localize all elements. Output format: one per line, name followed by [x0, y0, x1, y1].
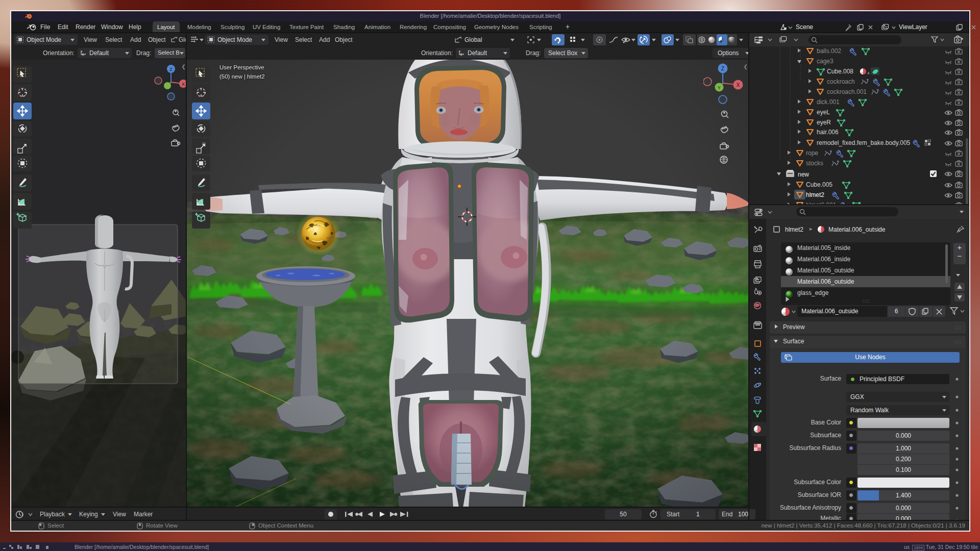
svg-text:Y: Y	[718, 85, 721, 90]
svg-text:X: X	[737, 82, 740, 88]
svg-text:rope: rope	[806, 149, 818, 157]
svg-text:Z: Z	[721, 66, 724, 71]
svg-text:Cube.005: Cube.005	[806, 181, 832, 188]
svg-text:eyeL: eyeL	[817, 109, 830, 116]
svg-text:cockroach: cockroach	[827, 78, 855, 85]
svg-text:dick.001: dick.001	[817, 98, 840, 106]
svg-text:X: X	[182, 82, 185, 87]
svg-text:cockroach.001: cockroach.001	[827, 88, 867, 95]
svg-text:Cube.008: Cube.008	[827, 68, 853, 75]
svg-text:hair.006: hair.006	[817, 129, 839, 136]
svg-text:remodel_fixed.fem_bake.body.00: remodel_fixed.fem_bake.body.005	[817, 139, 911, 146]
svg-text:hlmet2: hlmet2	[806, 191, 824, 198]
svg-text:new: new	[798, 171, 809, 178]
svg-text:Z: Z	[169, 67, 173, 72]
svg-text:eyeR: eyeR	[817, 119, 831, 126]
svg-text:4: 4	[867, 71, 870, 76]
svg-text:balls.002: balls.002	[817, 47, 841, 55]
svg-text:cage3: cage3	[817, 58, 834, 65]
svg-text:stocks: stocks	[806, 160, 823, 167]
